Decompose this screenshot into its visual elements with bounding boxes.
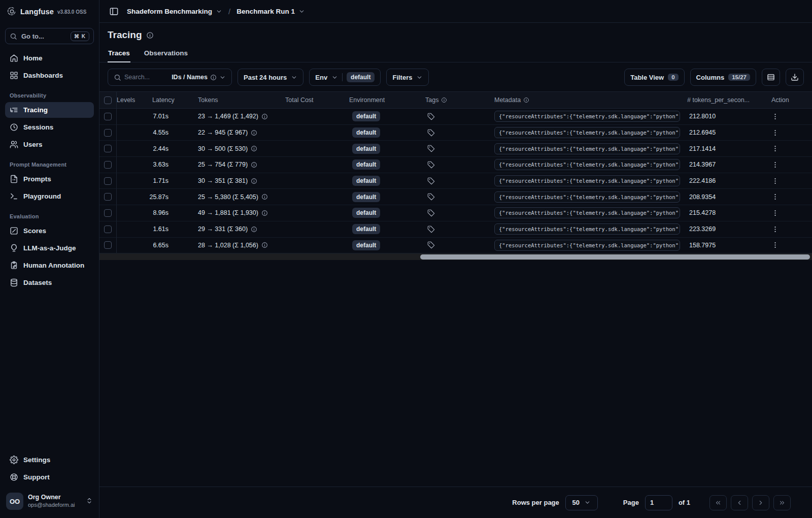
filters-button[interactable]: Filters xyxy=(386,69,429,86)
info-icon[interactable] xyxy=(523,97,529,103)
info-icon[interactable] xyxy=(251,178,257,184)
horizontal-scrollbar[interactable] xyxy=(99,253,812,260)
info-icon[interactable] xyxy=(261,210,268,216)
scores-icon xyxy=(10,226,18,235)
info-icon[interactable] xyxy=(251,161,257,168)
info-icon[interactable] xyxy=(146,31,154,39)
table-row[interactable]: 6.65s 28 → 1,028 (Σ 1,056) default {"res… xyxy=(99,238,812,254)
table-row[interactable]: 25.87s 25 → 5,380 (Σ 5,405) default {"re… xyxy=(99,189,812,205)
last-page-button[interactable] xyxy=(773,495,791,510)
metadata-chip[interactable]: {"resourceAttributes":{"telemetry.sdk.la… xyxy=(494,223,680,235)
info-icon[interactable] xyxy=(261,193,268,200)
sidebar-item-playground[interactable]: Playground xyxy=(5,188,94,204)
sidebar-item-tracing[interactable]: Tracing xyxy=(5,102,94,118)
search-mode-selector[interactable]: IDs / Names xyxy=(172,74,226,81)
metadata-chip[interactable]: {"resourceAttributes":{"telemetry.sdk.la… xyxy=(494,191,680,203)
table-row[interactable]: 1.61s 29 → 331 (Σ 360) default {"resourc… xyxy=(99,221,812,238)
row-checkbox[interactable] xyxy=(104,241,112,249)
info-icon[interactable] xyxy=(441,97,447,103)
tag-icon[interactable] xyxy=(427,177,435,185)
sidebar-item-scores[interactable]: Scores xyxy=(5,223,94,239)
row-checkbox[interactable] xyxy=(104,225,112,233)
metadata-cell: {"resourceAttributes":{"telemetry.sdk.la… xyxy=(494,111,687,122)
tag-icon[interactable] xyxy=(427,193,435,201)
project-selector[interactable]: Benchmark Run 1 xyxy=(236,8,305,15)
metadata-chip[interactable]: {"resourceAttributes":{"telemetry.sdk.la… xyxy=(494,159,680,170)
tag-icon[interactable] xyxy=(427,225,435,233)
table-row[interactable]: 1.71s 30 → 351 (Σ 381) default {"resourc… xyxy=(99,173,812,189)
sidebar-item-datasets[interactable]: Datasets xyxy=(5,275,94,290)
sidebar-toggle-button[interactable] xyxy=(107,4,121,18)
table-row[interactable]: 3.63s 25 → 754 (Σ 779) default {"resourc… xyxy=(99,157,812,173)
info-icon[interactable] xyxy=(251,226,257,233)
page-number-input[interactable] xyxy=(645,495,672,510)
tag-icon[interactable] xyxy=(427,241,435,249)
table-row[interactable]: 8.96s 49 → 1,881 (Σ 1,930) default {"res… xyxy=(99,205,812,221)
info-icon xyxy=(210,74,217,81)
row-checkbox[interactable] xyxy=(104,129,112,137)
tab-traces[interactable]: Traces xyxy=(108,47,130,62)
metadata-chip[interactable]: {"resourceAttributes":{"telemetry.sdk.la… xyxy=(494,175,680,186)
metadata-chip[interactable]: {"resourceAttributes":{"telemetry.sdk.la… xyxy=(494,127,680,138)
environment-filter[interactable]: Env default xyxy=(309,69,381,86)
sidebar-item-llm-as-a-judge[interactable]: LLM-as-a-Judge xyxy=(5,240,94,256)
row-actions-button[interactable] xyxy=(771,225,779,233)
tag-icon[interactable] xyxy=(427,129,435,137)
export-button[interactable] xyxy=(786,69,804,86)
table-view-button[interactable]: Table View 0 xyxy=(624,69,684,86)
sidebar-item-dashboards[interactable]: Dashboards xyxy=(5,68,94,83)
sidebar-item-home[interactable]: Home xyxy=(5,50,94,66)
columns-button[interactable]: Columns 15/27 xyxy=(690,69,756,86)
metadata-chip[interactable]: {"resourceAttributes":{"telemetry.sdk.la… xyxy=(494,207,680,218)
select-all-checkbox[interactable] xyxy=(104,96,112,104)
user-name: Org Owner xyxy=(28,494,75,502)
sidebar-item-settings[interactable]: Settings xyxy=(5,452,94,468)
previous-page-button[interactable] xyxy=(731,495,748,510)
sidebar-item-users[interactable]: Users xyxy=(5,137,94,152)
user-menu[interactable]: OO Org Owner ops@shadeform.ai xyxy=(0,488,99,518)
tag-icon[interactable] xyxy=(427,161,435,169)
row-actions-button[interactable] xyxy=(771,161,779,169)
info-icon[interactable] xyxy=(251,145,257,152)
row-checkbox[interactable] xyxy=(104,113,112,120)
row-actions-button[interactable] xyxy=(771,193,779,201)
sidebar-item-sessions[interactable]: Sessions xyxy=(5,119,94,135)
info-icon[interactable] xyxy=(261,242,268,248)
metadata-chip[interactable]: {"resourceAttributes":{"telemetry.sdk.la… xyxy=(494,111,680,122)
row-height-button[interactable] xyxy=(762,69,780,86)
tag-icon[interactable] xyxy=(427,113,435,120)
sidebar-item-prompts[interactable]: Prompts xyxy=(5,171,94,187)
sidebar-item-human-annotation[interactable]: Human Annotation xyxy=(5,257,94,273)
time-range-filter[interactable]: Past 24 hours xyxy=(238,69,303,86)
tag-icon[interactable] xyxy=(427,145,435,152)
metadata-chip[interactable]: {"resourceAttributes":{"telemetry.sdk.la… xyxy=(494,240,680,251)
row-checkbox[interactable] xyxy=(104,145,112,152)
first-page-button[interactable] xyxy=(709,495,727,510)
tab-observations[interactable]: Observations xyxy=(144,47,188,62)
table-row[interactable]: 2.44s 30 → 500 (Σ 530) default {"resourc… xyxy=(99,141,812,157)
sidebar-item-support[interactable]: Support xyxy=(5,469,94,485)
row-actions-button[interactable] xyxy=(771,129,779,137)
row-checkbox[interactable] xyxy=(104,177,112,185)
table-row[interactable]: 4.55s 22 → 945 (Σ 967) default {"resourc… xyxy=(99,125,812,141)
org-selector[interactable]: Shadeform Benchmarking xyxy=(127,8,222,15)
row-actions-button[interactable] xyxy=(771,241,779,249)
tag-icon[interactable] xyxy=(427,209,435,217)
row-actions-button[interactable] xyxy=(771,113,779,120)
rows-per-page-select[interactable]: 50 xyxy=(565,495,598,510)
info-icon[interactable] xyxy=(261,113,268,120)
metadata-chip[interactable]: {"resourceAttributes":{"telemetry.sdk.la… xyxy=(494,143,680,154)
row-actions-button[interactable] xyxy=(771,177,779,185)
row-checkbox[interactable] xyxy=(104,209,112,217)
table-row[interactable]: 7.01s 23 → 1,469 (Σ 1,492) default {"res… xyxy=(99,109,812,125)
goto-search-button[interactable]: Go to... ⌘ K xyxy=(5,28,94,44)
info-icon[interactable] xyxy=(251,130,257,136)
row-actions-button[interactable] xyxy=(771,145,779,152)
row-actions-button[interactable] xyxy=(771,209,779,217)
next-page-button[interactable] xyxy=(752,495,769,510)
search-input[interactable] xyxy=(124,74,163,81)
row-checkbox[interactable] xyxy=(104,193,112,201)
row-checkbox[interactable] xyxy=(104,161,112,169)
search-box[interactable]: IDs / Names xyxy=(108,69,232,86)
horizontal-scrollbar-thumb[interactable] xyxy=(420,254,810,260)
